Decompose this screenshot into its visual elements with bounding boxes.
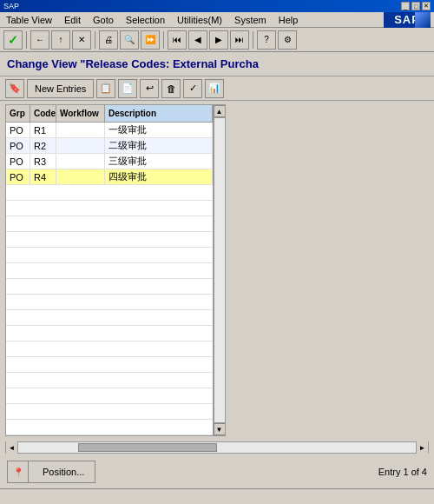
right-panel bbox=[226, 101, 434, 440]
empty-row bbox=[6, 295, 213, 310]
empty-row bbox=[6, 201, 213, 216]
table-row[interactable]: PO R2 二级审批 bbox=[6, 138, 213, 154]
close-button[interactable]: ✕ bbox=[422, 2, 431, 10]
window-controls: _ □ ✕ bbox=[401, 2, 431, 10]
cell-grp-1: PO bbox=[6, 123, 30, 137]
empty-row bbox=[6, 420, 213, 435]
cell-code-3: R3 bbox=[30, 154, 56, 169]
entry-info: Entry 1 of 4 bbox=[378, 467, 427, 477]
menu-edit[interactable]: Edit bbox=[62, 14, 83, 26]
new-entries-button[interactable]: New Entries bbox=[27, 79, 94, 98]
table-header: Grp Code Workflow Description bbox=[6, 105, 213, 123]
h-scroll-track[interactable] bbox=[18, 442, 416, 453]
menu-bar: Table View Edit Goto Selection Utilities… bbox=[0, 12, 434, 28]
first-page-button[interactable]: ⏮ bbox=[168, 30, 187, 50]
undo-button[interactable]: ↩ bbox=[140, 79, 159, 98]
menu-goto[interactable]: Goto bbox=[90, 14, 116, 26]
scroll-down-button[interactable]: ▼ bbox=[214, 423, 226, 435]
table-row[interactable]: PO R4 四级审批 bbox=[6, 169, 213, 185]
cancel-button[interactable]: ✕ bbox=[72, 30, 91, 50]
col-header-code: Code bbox=[30, 105, 56, 122]
cell-desc-2: 二级审批 bbox=[105, 138, 213, 153]
cell-code-2: R2 bbox=[30, 138, 56, 153]
help-button[interactable]: ? bbox=[257, 30, 276, 50]
next-page-button[interactable]: ▶ bbox=[209, 30, 228, 50]
menu-system[interactable]: System bbox=[232, 14, 269, 26]
h-scroll-thumb[interactable] bbox=[78, 443, 217, 452]
menu-table-view[interactable]: Table View bbox=[3, 14, 55, 26]
find-button[interactable]: 🔍 bbox=[120, 30, 139, 50]
empty-row bbox=[6, 373, 213, 388]
status-bar bbox=[0, 488, 434, 504]
main-content: Grp Code Workflow Description PO R1 一级审批 bbox=[0, 101, 434, 440]
col-header-description: Description bbox=[105, 105, 213, 122]
table-row[interactable]: PO R1 一级审批 bbox=[6, 123, 213, 138]
window-title: SAP bbox=[3, 2, 19, 10]
empty-row bbox=[6, 216, 213, 232]
print-button[interactable]: 🖨 bbox=[99, 30, 118, 50]
back-button[interactable]: ← bbox=[30, 30, 49, 50]
empty-row bbox=[6, 185, 213, 201]
bottom-area: 📍 Position... Entry 1 of 4 bbox=[0, 455, 434, 488]
toolbar-separator-2 bbox=[95, 31, 95, 49]
cell-workflow-3 bbox=[56, 154, 105, 169]
table-wrapper: Grp Code Workflow Description PO R1 一级审批 bbox=[5, 104, 226, 436]
cell-desc-4: 四级审批 bbox=[105, 169, 213, 184]
action-icon-1[interactable]: 🔖 bbox=[5, 79, 24, 98]
cell-workflow-4 bbox=[56, 169, 105, 184]
table-area: Grp Code Workflow Description PO R1 一级审批 bbox=[5, 104, 226, 436]
find-next-button[interactable]: ⏩ bbox=[141, 30, 160, 50]
empty-row bbox=[6, 357, 213, 373]
scroll-up-button[interactable]: ▲ bbox=[214, 105, 226, 117]
position-label: Position... bbox=[32, 467, 95, 477]
prev-page-button[interactable]: ◀ bbox=[188, 30, 207, 50]
cell-desc-3: 三级审批 bbox=[105, 154, 213, 169]
action-icon-7[interactable]: 📊 bbox=[205, 79, 224, 98]
delete-button[interactable]: 🗑 bbox=[161, 79, 181, 98]
exit-button[interactable]: ↑ bbox=[51, 30, 70, 50]
page-title: Change View "Release Codes: External Pur… bbox=[0, 52, 434, 76]
scroll-left-button[interactable]: ◄ bbox=[6, 441, 18, 454]
empty-row bbox=[6, 342, 213, 357]
confirm-button[interactable]: ✓ bbox=[183, 79, 202, 98]
last-page-button[interactable]: ⏭ bbox=[230, 30, 249, 50]
title-bar: SAP _ □ ✕ bbox=[0, 0, 434, 12]
action-toolbar: 🔖 New Entries 📋 📄 ↩ 🗑 ✓ 📊 bbox=[0, 76, 434, 101]
cell-code-1: R1 bbox=[30, 123, 56, 137]
col-header-grp: Grp bbox=[6, 105, 30, 122]
scroll-track[interactable] bbox=[214, 117, 226, 423]
empty-row bbox=[6, 232, 213, 248]
col-header-workflow: Workflow bbox=[56, 105, 105, 122]
empty-row bbox=[6, 326, 213, 342]
menu-selection[interactable]: Selection bbox=[123, 14, 168, 26]
table-body: PO R1 一级审批 PO R2 二级审批 PO bbox=[6, 123, 213, 435]
check-button[interactable]: ✓ bbox=[3, 30, 23, 50]
standard-toolbar: ✓ ← ↑ ✕ 🖨 🔍 ⏩ ⏮ ◀ ▶ ⏭ ? ⚙ bbox=[0, 28, 434, 52]
table-inner: Grp Code Workflow Description PO R1 一级审批 bbox=[6, 105, 213, 435]
empty-row bbox=[6, 279, 213, 295]
details-button[interactable]: 📄 bbox=[118, 79, 137, 98]
cell-grp-3: PO bbox=[6, 154, 30, 169]
cell-code-4: R4 bbox=[30, 169, 56, 184]
toolbar-separator-3 bbox=[163, 31, 164, 49]
cell-workflow-1 bbox=[56, 123, 105, 137]
empty-row bbox=[6, 263, 213, 279]
menu-help[interactable]: Help bbox=[276, 14, 301, 26]
empty-row bbox=[6, 388, 213, 404]
menu-utilities[interactable]: Utilities(M) bbox=[174, 14, 225, 26]
position-button[interactable]: 📍 Position... bbox=[7, 461, 95, 483]
cell-workflow-2 bbox=[56, 138, 105, 153]
empty-row bbox=[6, 404, 213, 420]
copy-button[interactable]: 📋 bbox=[96, 79, 115, 98]
settings-button[interactable]: ⚙ bbox=[278, 30, 297, 50]
scroll-right-button[interactable]: ► bbox=[416, 441, 428, 454]
empty-row bbox=[6, 248, 213, 263]
cell-grp-2: PO bbox=[6, 138, 30, 153]
sap-logo: SAP bbox=[384, 12, 431, 28]
horizontal-scrollbar: ◄ ► bbox=[5, 441, 429, 454]
minimize-button[interactable]: _ bbox=[401, 2, 410, 10]
vertical-scrollbar: ▲ ▼ bbox=[213, 105, 225, 435]
table-row[interactable]: PO R3 三级审批 bbox=[6, 154, 213, 169]
new-entries-label: New Entries bbox=[35, 83, 86, 94]
maximize-button[interactable]: □ bbox=[411, 2, 420, 10]
